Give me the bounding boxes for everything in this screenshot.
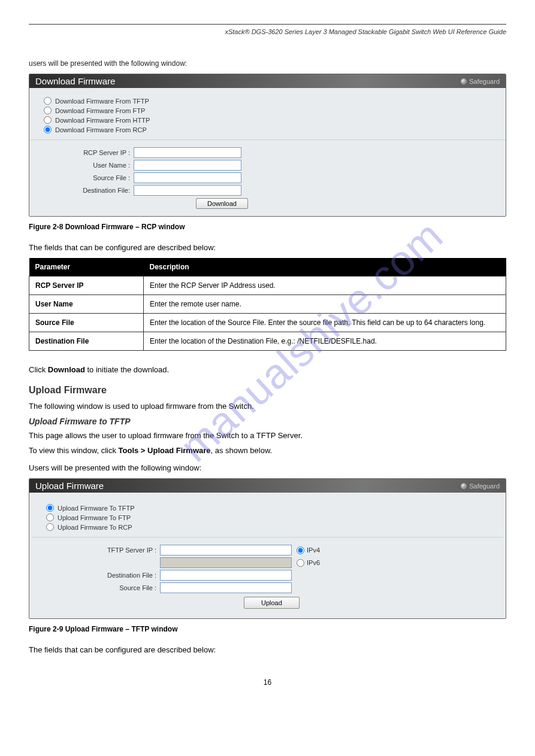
- radio-tftp-row[interactable]: Upload Firmware To TFTP: [46, 504, 489, 512]
- desc-cell: Enter the location of the Source File. E…: [144, 314, 506, 332]
- radio-tftp[interactable]: [44, 97, 52, 105]
- source-file-row: Source File :: [44, 172, 491, 183]
- panel-titlebar: Upload Firmware Safeguard: [29, 479, 506, 493]
- rcp-server-ip-input[interactable]: [134, 147, 241, 158]
- divider: [32, 537, 503, 538]
- ipv6-radio[interactable]: [297, 559, 304, 567]
- radio-ftp-row[interactable]: Download Firmware From FTP: [44, 107, 491, 114]
- safeguard-label: Safeguard: [469, 78, 500, 85]
- page-number: 16: [29, 678, 506, 687]
- parameter-table: Parameter Description RCP Server IP Ente…: [29, 258, 506, 351]
- document-header: xStack® DGS-3620 Series Layer 3 Managed …: [29, 28, 506, 35]
- figure2-caption: Figure 2-9 Upload Firmware – TFTP window: [29, 625, 506, 633]
- radio-rcp-label: Download Firmware From RCP: [55, 126, 147, 133]
- tftp-server-ip-row: TFTP Server IP : IPv4: [46, 545, 489, 555]
- table-head-desc: Description: [144, 258, 506, 277]
- panel-titlebar: Download Firmware Safeguard: [29, 74, 506, 88]
- source-file-label: Source File :: [46, 584, 160, 591]
- destination-file-input[interactable]: [134, 185, 241, 196]
- download-button-row: Download: [196, 198, 491, 209]
- radio-rcp-row[interactable]: Upload Firmware To RCP: [46, 523, 489, 531]
- radio-tftp-label: Download Firmware From TFTP: [55, 98, 149, 105]
- radio-tftp-row[interactable]: Download Firmware From TFTP: [44, 97, 491, 105]
- radio-ftp-label: Download Firmware From FTP: [55, 107, 145, 114]
- figure2-intro: Users will be presented with the followi…: [29, 463, 506, 472]
- upload-firmware-lead: The following window is used to upload f…: [29, 402, 506, 411]
- table-row: RCP Server IP Enter the RCP Server IP Ad…: [29, 277, 506, 295]
- tftp-server-ip-input-ipv4[interactable]: [160, 545, 292, 555]
- param-cell: RCP Server IP: [29, 277, 144, 295]
- destination-file-input[interactable]: [160, 570, 292, 581]
- download-bold: Download: [48, 365, 85, 374]
- rcp-server-ip-row: RCP Server IP :: [44, 147, 491, 158]
- source-file-label: Source File :: [44, 174, 134, 181]
- destination-file-row: Destination File :: [46, 570, 489, 581]
- table-row: Source File Enter the location of the So…: [29, 314, 506, 332]
- after-table-click: Click Download to initiate the download.: [29, 365, 506, 374]
- param-cell: User Name: [29, 295, 144, 314]
- header-rule: [29, 24, 506, 25]
- radio-rcp-row[interactable]: Download Firmware From RCP: [44, 126, 491, 133]
- ipv4-radio[interactable]: [297, 546, 304, 554]
- radio-ftp-row[interactable]: Upload Firmware To FTP: [46, 514, 489, 521]
- safeguard-label: Safeguard: [469, 482, 500, 490]
- desc-cell: Enter the RCP Server IP Address used.: [144, 277, 506, 295]
- tftp-server-ip-row-ipv6: IPv6: [46, 557, 489, 568]
- radio-tftp[interactable]: [46, 504, 54, 512]
- upload-button-row: Upload: [244, 597, 489, 609]
- nav-path: To view this window, click Tools > Uploa…: [29, 446, 506, 455]
- table-head-param: Parameter: [29, 258, 144, 277]
- nav-bold: Tools > Upload Firmware: [119, 446, 211, 455]
- destination-file-row: Destination File:: [44, 185, 491, 196]
- radio-rcp-label: Upload Firmware To RCP: [58, 524, 132, 531]
- upload-tftp-subheading: Upload Firmware to TFTP: [29, 417, 506, 426]
- radio-ftp[interactable]: [46, 514, 54, 521]
- download-button[interactable]: Download: [196, 198, 248, 209]
- upload-button[interactable]: Upload: [244, 597, 300, 609]
- safeguard-badge: Safeguard: [461, 78, 500, 85]
- user-name-input[interactable]: [134, 160, 241, 171]
- source-file-input[interactable]: [134, 172, 241, 183]
- destination-file-label: Destination File :: [46, 572, 160, 579]
- table2-intro: The fields that can be configured are de…: [29, 645, 506, 654]
- document-page: xStack® DGS-3620 Series Layer 3 Managed …: [0, 0, 535, 722]
- ipv4-label: IPv4: [307, 546, 320, 554]
- upload-firmware-panel: Upload Firmware Safeguard Upload Firmwar…: [29, 478, 506, 619]
- tftp-server-ip-input-ipv6: [160, 557, 292, 568]
- param-cell: Source File: [29, 314, 144, 332]
- table-row: User Name Enter the remote user name.: [29, 295, 506, 314]
- table1-intro: The fields that can be configured are de…: [29, 243, 506, 252]
- source-file-row: Source File :: [46, 582, 489, 593]
- desc-cell: Enter the remote user name.: [144, 295, 506, 314]
- tftp-server-ip-label: TFTP Server IP :: [46, 546, 160, 554]
- param-cell: Destination File: [29, 332, 144, 351]
- radio-ftp[interactable]: [44, 107, 52, 114]
- source-file-input[interactable]: [160, 582, 292, 593]
- table-row: Destination File Enter the location of t…: [29, 332, 506, 351]
- destination-file-label: Destination File:: [44, 187, 134, 194]
- radio-tftp-label: Upload Firmware To TFTP: [58, 505, 135, 512]
- figure1-intro: users will be presented with the followi…: [29, 59, 506, 68]
- nav-suffix: , as shown below.: [211, 446, 273, 455]
- radio-rcp[interactable]: [44, 126, 52, 133]
- radio-rcp[interactable]: [46, 523, 54, 531]
- radio-http-label: Download Firmware From HTTP: [55, 117, 150, 124]
- rcp-server-ip-label: RCP Server IP :: [44, 149, 134, 156]
- download-firmware-panel: Download Firmware Safeguard Download Fir…: [29, 74, 506, 217]
- panel-title: Download Firmware: [35, 76, 115, 86]
- safeguard-icon: [461, 78, 467, 84]
- ipv4-radio-row[interactable]: IPv4: [297, 546, 320, 554]
- radio-http[interactable]: [44, 116, 52, 124]
- panel-title: Upload Firmware: [35, 481, 104, 491]
- figure1-caption: Figure 2-8 Download Firmware – RCP windo…: [29, 223, 506, 231]
- radio-http-row[interactable]: Download Firmware From HTTP: [44, 116, 491, 124]
- divider: [29, 139, 506, 140]
- user-name-row: User Name :: [44, 160, 491, 171]
- ipv6-label: IPv6: [307, 559, 320, 566]
- nav-prefix: To view this window, click: [29, 446, 119, 455]
- user-name-label: User Name :: [44, 162, 134, 169]
- panel-body: Upload Firmware To TFTP Upload Firmware …: [29, 493, 506, 618]
- ipv6-radio-row[interactable]: IPv6: [297, 559, 320, 567]
- safeguard-badge: Safeguard: [461, 482, 500, 490]
- safeguard-icon: [461, 483, 467, 489]
